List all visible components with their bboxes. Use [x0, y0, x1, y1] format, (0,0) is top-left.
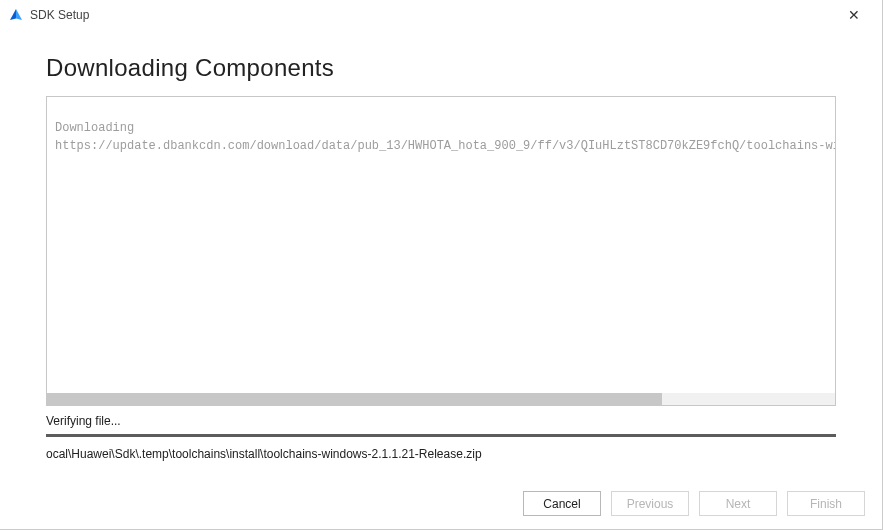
- previous-button: Previous: [611, 491, 689, 516]
- log-line: Downloading: [55, 121, 134, 135]
- button-row: Cancel Previous Next Finish: [523, 491, 865, 516]
- scrollbar-thumb[interactable]: [47, 393, 662, 405]
- progress-bar: [46, 434, 836, 437]
- page-title: Downloading Components: [46, 54, 836, 82]
- close-icon[interactable]: ✕: [834, 0, 874, 30]
- horizontal-scrollbar[interactable]: [47, 393, 835, 405]
- content-area: Downloading Components Downloading https…: [0, 30, 882, 461]
- cancel-button[interactable]: Cancel: [523, 491, 601, 516]
- finish-button: Finish: [787, 491, 865, 516]
- app-logo-icon: [8, 7, 24, 23]
- progress-detail-path: ocal\Huawei\Sdk\.temp\toolchains\install…: [46, 447, 836, 461]
- log-output: Downloading https://update.dbankcdn.com/…: [46, 96, 836, 406]
- status-text: Verifying file...: [46, 414, 836, 428]
- log-line: https://update.dbankcdn.com/download/dat…: [55, 139, 836, 153]
- window-title: SDK Setup: [30, 8, 89, 22]
- next-button: Next: [699, 491, 777, 516]
- titlebar: SDK Setup ✕: [0, 0, 882, 30]
